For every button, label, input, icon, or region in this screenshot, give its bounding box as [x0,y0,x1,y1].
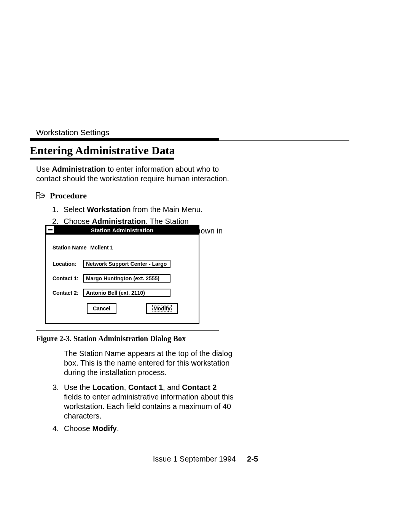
pointing-hand-icon [36,192,46,199]
contact1-label: Contact 1: [53,275,83,281]
location-field[interactable] [83,260,170,268]
step3-sep2: , and [163,383,182,391]
step-number: 1. [52,205,64,214]
intro-text-pre: Use [36,165,52,173]
step1-bold: Workstation [87,205,131,214]
contact1-field[interactable] [83,274,170,283]
step1-pre: Select [64,205,87,214]
post-figure-content: The Station Name appears at the top of t… [64,349,236,436]
station-name-label: Station Name [53,244,86,251]
figure-caption: Figure 2-3. Station Administration Dialo… [36,334,186,343]
section-title: Entering Administrative Data [30,144,175,157]
contact2-field[interactable] [83,289,170,297]
step3-b2: Contact 1 [128,383,163,391]
header-rule-thick [30,138,219,141]
step1-post: from the Main Menu. [131,205,202,214]
step4-post: . [117,424,119,433]
dialog-body: Station Name Mclient 1 Location: Contact… [46,235,199,323]
running-head: Workstation Settings [36,128,109,137]
header-rule-thin [219,140,349,141]
station-administration-dialog: Station Administration Station Name Mcli… [45,225,199,324]
step-number: 3. [53,383,64,421]
procedure-step-1: 1. Select Workstation from the Main Menu… [52,205,234,214]
contact2-row: Contact 2: [53,289,192,297]
cancel-button[interactable]: Cancel [87,303,116,314]
dialog-button-row: Cancel Modify [87,303,192,314]
procedure-step-4: 4. Choose Modify. [53,424,236,433]
cancel-button-label: Cancel [93,305,110,312]
dialog-title: Station Administration [91,227,154,233]
dialog-title-bar: Station Administration [46,225,199,235]
section-title-rule [30,158,174,160]
step3-b1: Location [92,383,124,391]
procedure-step-3: 3. Use the Location, Contact 1, and Cont… [53,383,236,421]
step4-bold: Modify [92,424,117,433]
footer-page-number: 2-5 [247,455,258,463]
step2-pre: Choose [64,217,92,225]
system-menu-icon[interactable] [46,226,54,233]
modify-button[interactable]: Modify [146,303,178,314]
page: Workstation Settings Entering Administra… [0,0,411,532]
page-footer: Issue 1 September 1994 2-5 [0,455,411,463]
procedure-list-continued: 3. Use the Location, Contact 1, and Cont… [53,383,236,433]
step3-pre: Use the [64,383,92,391]
station-administration-figure: Station Administration Station Name Mcli… [45,225,199,324]
figure-rule [36,330,219,331]
step2-bold: Administration [92,217,146,225]
location-row: Location: [53,260,192,268]
procedure-heading: Procedure [36,190,234,201]
footer-issue: Issue 1 September 1994 [153,455,236,463]
step4-pre: Choose [64,424,92,433]
location-label: Location: [53,261,83,267]
step3-post: fields to enter administrative informati… [64,393,234,420]
station-name-row: Station Name Mclient 1 [53,244,192,251]
step3-b3: Contact 2 [182,383,217,391]
intro-text-bold: Administration [52,165,105,173]
intro-paragraph: Use Administration to enter information … [36,165,234,184]
procedure-label: Procedure [50,190,87,201]
step3-sep1: , [124,383,128,391]
modify-button-label: Modify [152,305,172,312]
contact1-row: Contact 1: [53,274,192,283]
step-number: 4. [53,424,64,433]
post-figure-paragraph: The Station Name appears at the top of t… [64,349,236,377]
station-name-value: Mclient 1 [90,244,113,251]
contact2-label: Contact 2: [53,290,83,296]
